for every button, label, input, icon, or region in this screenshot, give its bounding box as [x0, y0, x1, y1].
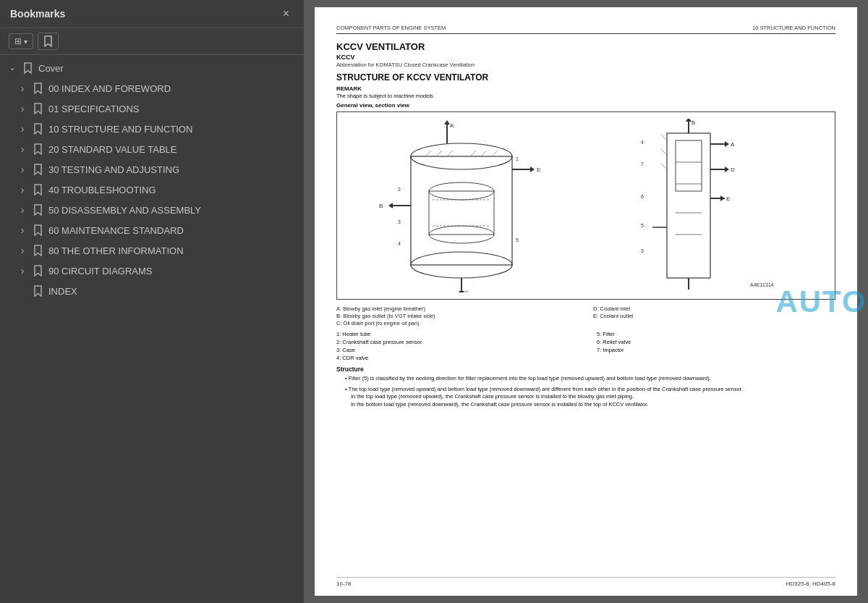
bookmark-item-index[interactable]: INDEX	[0, 281, 304, 301]
parts-row-3: 3: Case 7: Impactor	[336, 347, 835, 353]
chevron-right-icon	[17, 104, 27, 114]
svg-marker-10	[530, 166, 535, 172]
bookmark-icon	[33, 164, 43, 175]
svg-line-57	[661, 149, 667, 155]
bookmarks-list: Cover 00 INDEX AND FOREWORD 01 SPECIFICA…	[0, 55, 304, 603]
remark-text: The shape is subject to machine models.	[336, 93, 835, 99]
bookmark-icon	[33, 245, 43, 256]
part-6: 6: Relief valve	[597, 339, 835, 345]
svg-text:E: E	[726, 195, 730, 202]
parts-list: 1: Heater tube 5: Filter 2: Crankshaft c…	[336, 331, 835, 361]
bookmark-item-00[interactable]: 00 INDEX AND FOREWORD	[0, 78, 304, 98]
bookmark-item-01[interactable]: 01 SPECIFICATIONS	[0, 98, 304, 119]
bookmark-icon	[33, 83, 43, 94]
svg-text:5: 5	[516, 237, 519, 243]
bookmark-item-80[interactable]: 80 THE OTHER INFORMATION	[0, 240, 304, 261]
diagram-left: A E C B 1 2 3 4	[353, 119, 577, 292]
svg-rect-1	[411, 156, 512, 265]
part-7: 7: Impactor	[597, 347, 835, 353]
body-title: STRUCTURE OF KCCV VENTILATOR	[336, 72, 835, 83]
chevron-right-icon	[17, 164, 27, 174]
svg-text:3: 3	[398, 219, 401, 224]
svg-line-56	[661, 135, 667, 140]
caption-c: C: Oil drain port (to engine oil pan)	[336, 320, 579, 326]
bookmark-item-30[interactable]: 30 TESTING AND ADJUSTING	[0, 159, 304, 180]
svg-rect-31	[667, 133, 710, 278]
chevron-right-icon	[17, 205, 27, 215]
view-label: General view, section view	[336, 102, 835, 109]
bookmark-item-40[interactable]: 40 TROUBLESHOOTING	[0, 180, 304, 200]
part-1: 1: Heater tube	[336, 331, 575, 337]
svg-line-30	[492, 151, 498, 156]
svg-marker-34	[686, 119, 692, 122]
part-2: 2: Crankshaft case pressure sensor	[336, 339, 575, 345]
chevron-right-icon	[17, 83, 27, 93]
caption-row-3: C: Oil drain port (to engine oil pan)	[336, 320, 835, 326]
structure-heading: Structure	[336, 366, 835, 373]
document-viewer: AUTOPDF.NET COMPONENT PARTS OF ENGINE SY…	[304, 0, 868, 603]
svg-line-29	[481, 151, 487, 156]
svg-text:4: 4	[398, 241, 401, 246]
chevron-right-icon	[17, 225, 27, 235]
bookmark-icon	[23, 62, 33, 74]
bullet-1: Filter (5) is classified by the working …	[342, 375, 835, 383]
diagram-box: A E C B 1 2 3 4	[336, 111, 835, 300]
parts-row-4: 4: CDR valve	[336, 355, 835, 361]
bookmark-item-60[interactable]: 60 MAINTENANCE STANDARD	[0, 220, 304, 240]
svg-text:2: 2	[398, 187, 401, 192]
bookmark-label-index: INDEX	[48, 286, 298, 297]
bookmark-item-90[interactable]: 90 CIRCUIT DIAGRAMS	[0, 261, 304, 281]
part-5: 5: Filter	[597, 331, 835, 337]
chevron-right-icon	[17, 144, 27, 154]
caption-row-1: A: Blowby gas inlet (engine breather) D:…	[336, 305, 835, 312]
parts-row-1: 1: Heater tube 5: Filter	[336, 331, 835, 337]
svg-line-26	[436, 151, 442, 156]
svg-marker-37	[725, 141, 729, 147]
remark-label: REMARK	[336, 85, 835, 92]
svg-text:B: B	[379, 203, 383, 209]
bookmark-item-10[interactable]: 10 STRUCTURE AND FUNCTION	[0, 119, 304, 139]
bookmark-label-50: 50 DISASSEMBLY AND ASSEMBLY	[48, 205, 298, 216]
part-3: 3: Case	[336, 347, 575, 353]
bookmark-label-10: 10 STRUCTURE AND FUNCTION	[48, 124, 298, 135]
sidebar-title: Bookmarks	[10, 8, 65, 20]
bookmark-label-60: 60 MAINTENANCE STANDARD	[48, 225, 298, 236]
svg-text:6: 6	[641, 194, 644, 199]
bookmark-item-50[interactable]: 50 DISASSEMBLY AND ASSEMBLY	[0, 200, 304, 220]
chevron-right-icon	[17, 245, 27, 256]
svg-line-58	[661, 164, 667, 169]
part-4: 4: CDR valve	[336, 355, 575, 361]
bookmark-icon	[33, 204, 43, 216]
svg-text:1: 1	[516, 156, 519, 161]
svg-text:C: C	[464, 290, 469, 292]
bookmark-view-button[interactable]	[38, 33, 59, 50]
svg-line-27	[447, 151, 453, 156]
svg-marker-43	[720, 195, 725, 201]
expand-all-button[interactable]: ⊞ ▾	[9, 33, 33, 49]
svg-line-28	[470, 151, 476, 156]
parts-row-2: 2: Crankshaft case pressure sensor 6: Re…	[336, 339, 835, 345]
page-header: COMPONENT PARTS OF ENGINE SYSTEM 10 STRU…	[336, 25, 835, 34]
sidebar-close-button[interactable]: ×	[278, 6, 294, 22]
header-right: 10 STRUCTURE AND FUNCTION	[752, 25, 835, 31]
svg-text:A: A	[731, 141, 735, 148]
caption-b: B: Blowby gas outlet (to VGT intake side…	[336, 313, 579, 319]
bookmark-cover[interactable]: Cover	[0, 58, 304, 78]
svg-text:3: 3	[641, 248, 644, 253]
caption-blank	[593, 320, 835, 326]
section-title: KCCV VENTILATOR	[336, 41, 835, 52]
bookmark-item-20[interactable]: 20 STANDARD VALUE TABLE	[0, 139, 304, 159]
svg-marker-16	[388, 203, 393, 208]
bookmark-label-40: 40 TROUBLESHOOTING	[48, 185, 298, 195]
bookmark-label-01: 01 SPECIFICATIONS	[48, 104, 298, 114]
chevron-right-icon	[17, 266, 27, 276]
cover-label: Cover	[38, 63, 298, 74]
svg-text:E: E	[537, 166, 540, 173]
svg-marker-40	[725, 166, 729, 172]
diagram-right: B A D E	[609, 119, 819, 292]
chevron-down-icon	[7, 63, 17, 73]
page-footer: 10-78 HD325-8, HD405-8	[336, 577, 835, 587]
sidebar-toolbar: ⊞ ▾	[0, 28, 304, 55]
kccv-label: KCCV	[336, 54, 835, 61]
svg-text:D: D	[731, 166, 735, 173]
